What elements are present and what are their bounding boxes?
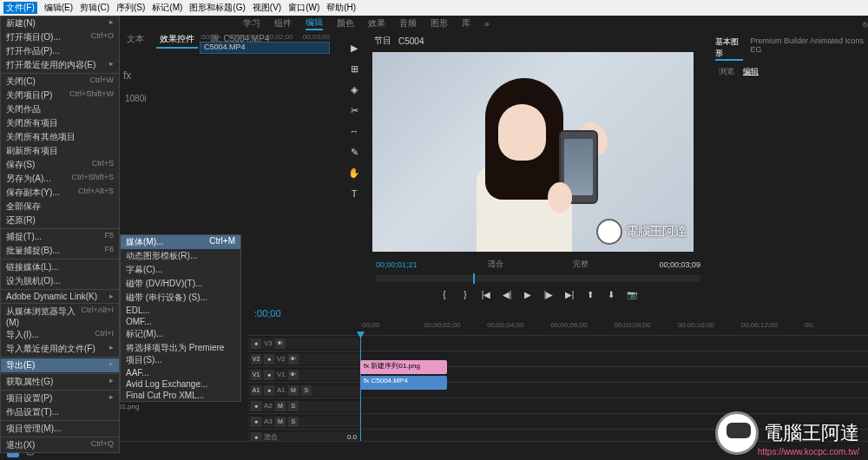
ws-learn[interactable]: 学习	[243, 17, 260, 30]
submenu-item[interactable]: 媒体(M)...Ctrl+M	[121, 235, 240, 249]
program-scrubber[interactable]	[376, 275, 700, 282]
menu-item[interactable]: 另存为(A)...Ctrl+Shift+S	[1, 172, 119, 186]
playhead[interactable]	[360, 335, 361, 444]
track-header-a3[interactable]: ●A3MS	[247, 417, 360, 427]
menu-item[interactable]: 项目管理(M)...	[1, 422, 119, 436]
tab-effect-controls[interactable]: 效果控件	[156, 31, 198, 49]
ws-color[interactable]: 颜色	[337, 17, 354, 30]
menu-item[interactable]: 项目设置(P)▸	[1, 391, 119, 405]
mark-in-icon[interactable]: {	[437, 287, 452, 301]
timeline-clip[interactable]: fx C5004.MP4	[360, 376, 447, 390]
export-icon[interactable]: ⎋	[863, 19, 868, 29]
submenu-item[interactable]: AAF...	[121, 367, 240, 378]
menu-item[interactable]: 新建(N)▸	[1, 16, 119, 30]
slip-tool[interactable]: ↔	[346, 123, 362, 139]
menu-window[interactable]: 窗口(W)	[288, 2, 319, 14]
menu-item[interactable]: 保存(S)Ctrl+S	[1, 158, 119, 172]
menu-item[interactable]: 打开最近使用的内容(E)▸	[1, 58, 119, 72]
submenu-item[interactable]: 标记(M)...	[121, 327, 240, 341]
tab-premium-builder[interactable]: Premium Builder Animated Icons EG	[750, 36, 865, 61]
menu-item[interactable]: 批量捕捉(B)...F6	[1, 244, 119, 258]
menu-item[interactable]: 刷新所有项目	[1, 144, 119, 158]
menu-item[interactable]: 打开作品(P)...	[1, 44, 119, 58]
menu-sequence[interactable]: 序列(S)	[116, 2, 145, 14]
lift-icon[interactable]: ⬆	[582, 287, 598, 301]
menu-view[interactable]: 视图(V)	[253, 2, 281, 14]
track-header-v2[interactable]: V2●V2👁	[247, 354, 360, 365]
menu-clip[interactable]: 剪辑(C)	[80, 2, 109, 14]
track-header-a1[interactable]: A1●A1MS	[247, 385, 360, 396]
timeline-clip[interactable]: fx 新建序列01.png	[360, 360, 447, 374]
menu-item[interactable]: 关闭项目(P)Ctrl+Shift+W	[1, 89, 119, 102]
menu-item[interactable]: 退出(X)Ctrl+Q	[1, 438, 119, 452]
menu-item[interactable]: 链接媒体(L)...	[1, 260, 119, 274]
fx-icon[interactable]: fx	[123, 69, 131, 82]
menu-item[interactable]: 全部保存	[1, 200, 119, 214]
menu-item[interactable]: 关闭(C)Ctrl+W	[1, 75, 119, 89]
menu-item[interactable]: 保存副本(Y)...Ctrl+Alt+S	[1, 186, 119, 200]
menu-item[interactable]: 关闭所有项目	[1, 116, 119, 130]
step-back-icon[interactable]: ◀|	[499, 287, 515, 301]
hand-tool[interactable]: ✋	[346, 165, 362, 181]
track-header-v3[interactable]: ●V3👁	[247, 338, 360, 349]
submenu-item[interactable]: 磁带 (DV/HDV)(T)...	[121, 277, 240, 291]
program-fit[interactable]: 适合	[488, 259, 503, 270]
tab-text[interactable]: 文本	[123, 31, 148, 49]
track-toggle[interactable]: ●	[251, 338, 261, 349]
menu-item[interactable]: 导出(E)▸	[1, 358, 119, 372]
source-clip-bar[interactable]: C5004.MP4	[200, 42, 330, 54]
timeline-tc[interactable]: :00;00	[254, 308, 281, 319]
play-icon[interactable]: ▶	[520, 287, 536, 301]
export-frame-icon[interactable]: 📷	[624, 287, 640, 301]
timeline-ruler[interactable]: :00;0000;00;02;0000;00;04;0000;00;06;000…	[247, 321, 868, 335]
mark-out-icon[interactable]: }	[457, 287, 473, 301]
submenu-item[interactable]: Avid Log Exchange...	[121, 378, 240, 390]
menu-item[interactable]: 还原(R)	[1, 214, 119, 227]
ws-edit[interactable]: 编辑	[306, 16, 323, 30]
menu-marker[interactable]: 标记(M)	[152, 2, 182, 14]
submenu-item[interactable]: EDL...	[121, 305, 240, 316]
menu-item[interactable]: 关闭作品	[1, 102, 119, 116]
ws-audio[interactable]: 音频	[399, 17, 417, 30]
menu-edit[interactable]: 编辑(E)	[44, 2, 73, 14]
program-viewer[interactable]: 電腦王阿達	[372, 52, 694, 252]
submenu-item[interactable]: Final Cut Pro XML...	[121, 390, 240, 401]
submenu-item[interactable]: 将选择项导出为 Premiere 项目(S)...	[121, 341, 240, 367]
extract-icon[interactable]: ⬇	[603, 287, 619, 301]
ws-effects[interactable]: 效果	[368, 17, 385, 30]
menu-item[interactable]: 捕捉(T)...F5	[1, 230, 119, 244]
razor-tool[interactable]: ✂	[346, 102, 362, 118]
menu-help[interactable]: 帮助(H)	[326, 2, 356, 14]
tab-essential-graphics[interactable]: 基本图形	[715, 36, 743, 61]
track-select-tool[interactable]: ⊞	[346, 61, 362, 76]
track-header-v1[interactable]: V1●V1👁	[247, 370, 360, 380]
program-full[interactable]: 完整	[573, 259, 589, 270]
program-tc-left[interactable]: 00;00;01;21	[376, 260, 418, 269]
menu-item[interactable]: 从媒体浏览器导入(M)Ctrl+Alt+I	[1, 305, 119, 328]
type-tool[interactable]: T	[346, 186, 362, 201]
step-fwd-icon[interactable]: |▶	[541, 287, 556, 301]
menu-item[interactable]: 获取属性(G)▸	[1, 375, 119, 389]
ws-assembly[interactable]: 组件	[274, 17, 292, 30]
menu-graphics[interactable]: 图形和标题(G)	[189, 2, 245, 14]
ws-libraries[interactable]: 库	[462, 17, 470, 30]
ws-more[interactable]: »	[484, 19, 490, 29]
go-out-icon[interactable]: ▶|	[562, 287, 577, 301]
selection-tool[interactable]: ▶	[346, 40, 362, 56]
submenu-item[interactable]: 动态图形模板(R)...	[121, 249, 240, 263]
ws-graphics[interactable]: 图形	[431, 17, 448, 30]
track-header-a2[interactable]: ●A2MS	[247, 401, 360, 411]
ripple-edit-tool[interactable]: ◈	[346, 82, 362, 97]
menu-item[interactable]: Adobe Dynamic Link(K)▸	[1, 291, 119, 302]
submenu-item[interactable]: OMF...	[121, 316, 240, 327]
submenu-item[interactable]: 磁带 (串行设备) (S)...	[121, 291, 240, 305]
go-in-icon[interactable]: |◀	[478, 287, 494, 301]
menu-item[interactable]: 作品设置(T)...	[1, 405, 119, 419]
menu-item[interactable]: 关闭所有其他项目	[1, 130, 119, 144]
menu-item[interactable]: 导入(I)...Ctrl+I	[1, 328, 119, 342]
menu-item[interactable]: 导入最近使用的文件(F)▸	[1, 342, 119, 356]
menu-file[interactable]: 文件(F)	[3, 2, 37, 14]
pen-tool[interactable]: ✎	[346, 144, 362, 160]
menu-item[interactable]: 打开项目(O)...Ctrl+O	[1, 30, 119, 44]
menu-item[interactable]: 设为脱机(O)...	[1, 274, 119, 288]
